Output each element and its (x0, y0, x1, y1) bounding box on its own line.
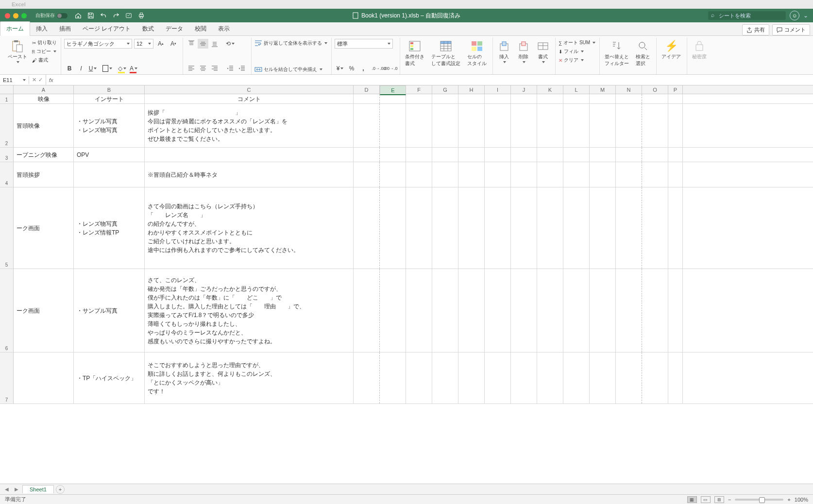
merge-center-button[interactable]: セルを結合して中央揃え (254, 66, 327, 73)
cell-P1[interactable] (668, 94, 683, 103)
sort-filter-button[interactable]: 並べ替えと フィルター (603, 39, 631, 68)
cell-B4[interactable] (74, 162, 145, 187)
cell-J1[interactable] (511, 94, 537, 103)
cell-L6[interactable] (563, 269, 590, 352)
fill-color-button[interactable]: ◇ (117, 64, 127, 73)
row-header[interactable]: 7 (0, 353, 14, 403)
cell-L2[interactable] (563, 104, 590, 147)
cell-M2[interactable] (590, 104, 616, 147)
cell-C2[interactable]: 挨拶「 」 今回は背景が綺麗にボケるオススメの「レンズ名」を ポイントとともに紹… (145, 104, 354, 147)
cell-K2[interactable] (537, 104, 563, 147)
conditional-format-button[interactable]: 条件付き 書式 (403, 39, 426, 68)
cell-H7[interactable] (458, 353, 485, 403)
col-header-O[interactable]: O (642, 85, 668, 94)
cell-M4[interactable] (590, 162, 616, 187)
cell-N2[interactable] (616, 104, 642, 147)
cell-O7[interactable] (642, 353, 668, 403)
tab-draw[interactable]: 描画 (53, 22, 77, 35)
sheet-nav-next[interactable]: ▶ (13, 487, 20, 492)
redo-icon[interactable] (112, 12, 120, 19)
cell-E5[interactable] (380, 187, 406, 269)
cell-N7[interactable] (616, 353, 642, 403)
cell-G6[interactable] (432, 269, 458, 352)
cell-K1[interactable] (537, 94, 563, 103)
decrease-decimal-button[interactable]: .00→.0 (385, 64, 396, 73)
cell-D3[interactable] (354, 148, 380, 162)
paste-button[interactable]: ペースト (6, 39, 29, 64)
minimize-window-button[interactable] (13, 13, 18, 18)
cell-L3[interactable] (563, 148, 590, 162)
cell-H6[interactable] (458, 269, 485, 352)
formula-input[interactable] (56, 76, 813, 84)
cell-B3[interactable]: OPV (74, 148, 145, 162)
tab-page-layout[interactable]: ページ レイアウト (77, 22, 136, 35)
cell-B1[interactable]: インサート (74, 94, 145, 103)
delete-cells-button[interactable]: 削除 (515, 39, 532, 64)
cell-I1[interactable] (485, 94, 511, 103)
cell-P3[interactable] (668, 148, 683, 162)
increase-indent-button[interactable] (237, 64, 247, 73)
cell-A4[interactable]: 冒頭挨拶 (14, 162, 74, 187)
row-header[interactable]: 5 (0, 187, 14, 269)
row-header[interactable]: 4 (0, 162, 14, 187)
cell-I7[interactable] (485, 353, 511, 403)
align-middle-button[interactable] (198, 39, 208, 49)
cell-O6[interactable] (642, 269, 668, 352)
close-window-button[interactable] (5, 13, 10, 18)
col-header-C[interactable]: C (145, 85, 354, 94)
format-as-table-button[interactable]: テーブルと して書式設定 (429, 39, 462, 68)
percent-format-button[interactable]: % (346, 64, 357, 73)
autosave-toggle[interactable]: 自動保存 (35, 12, 68, 19)
wrap-text-button[interactable]: 折り返して全体を表示する (254, 39, 327, 48)
tab-view[interactable]: 表示 (212, 22, 236, 35)
col-header-A[interactable]: A (14, 85, 74, 94)
cell-F7[interactable] (406, 353, 432, 403)
cell-K4[interactable] (537, 162, 563, 187)
fill-button[interactable]: ⬇フィル (559, 48, 595, 55)
cell-P4[interactable] (668, 162, 683, 187)
cell-M6[interactable] (590, 269, 616, 352)
cell-C7[interactable]: そこでおすすめしようと思った理由ですが、 順に詳しくお話しますと、何よりもこのレ… (145, 353, 354, 403)
decrease-font-button[interactable]: A▾ (168, 39, 179, 49)
cell-J3[interactable] (511, 148, 537, 162)
number-format-select[interactable]: 標準 (335, 39, 393, 49)
cell-E6[interactable] (380, 269, 406, 352)
cell-P2[interactable] (668, 104, 683, 147)
cell-O3[interactable] (642, 148, 668, 162)
cell-M3[interactable] (590, 148, 616, 162)
col-header-H[interactable]: H (458, 85, 485, 94)
cell-J2[interactable] (511, 104, 537, 147)
bold-button[interactable]: B (64, 64, 75, 73)
cell-B6[interactable]: ・サンプル写真 (74, 269, 145, 352)
cell-I3[interactable] (485, 148, 511, 162)
fx-icon[interactable]: fx (46, 77, 56, 83)
col-header-E[interactable]: E (380, 85, 406, 95)
name-box[interactable]: E11 (0, 76, 29, 84)
cell-N1[interactable] (616, 94, 642, 103)
cell-I2[interactable] (485, 104, 511, 147)
cell-E7[interactable] (380, 353, 406, 403)
row-header[interactable]: 6 (0, 269, 14, 352)
col-header-M[interactable]: M (590, 85, 616, 94)
tab-data[interactable]: データ (160, 22, 189, 35)
col-header-L[interactable]: L (563, 85, 590, 94)
cell-D7[interactable] (354, 353, 380, 403)
cell-G2[interactable] (432, 104, 458, 147)
tab-insert[interactable]: 挿入 (30, 22, 53, 35)
cell-D4[interactable] (354, 162, 380, 187)
save-icon[interactable] (87, 12, 95, 19)
cell-B2[interactable]: ・サンプル写真 ・レンズ物写真 (74, 104, 145, 147)
cell-N6[interactable] (616, 269, 642, 352)
cancel-icon[interactable]: ✕ (32, 77, 36, 83)
cell-P5[interactable] (668, 187, 683, 269)
zoom-window-button[interactable] (21, 13, 27, 18)
cell-G3[interactable] (432, 148, 458, 162)
cell-D6[interactable] (354, 269, 380, 352)
select-all-corner[interactable] (0, 85, 14, 94)
cell-C5[interactable]: さて今回の動画はこちら（レンズ手持ち） 「 レンズ名 」 の紹介なんですが、 わ… (145, 187, 354, 269)
cell-O5[interactable] (642, 187, 668, 269)
cell-L5[interactable] (563, 187, 590, 269)
sensitivity-button[interactable]: 秘密度 (690, 39, 709, 61)
underline-button[interactable]: U (87, 64, 98, 73)
cell-P7[interactable] (668, 353, 683, 403)
